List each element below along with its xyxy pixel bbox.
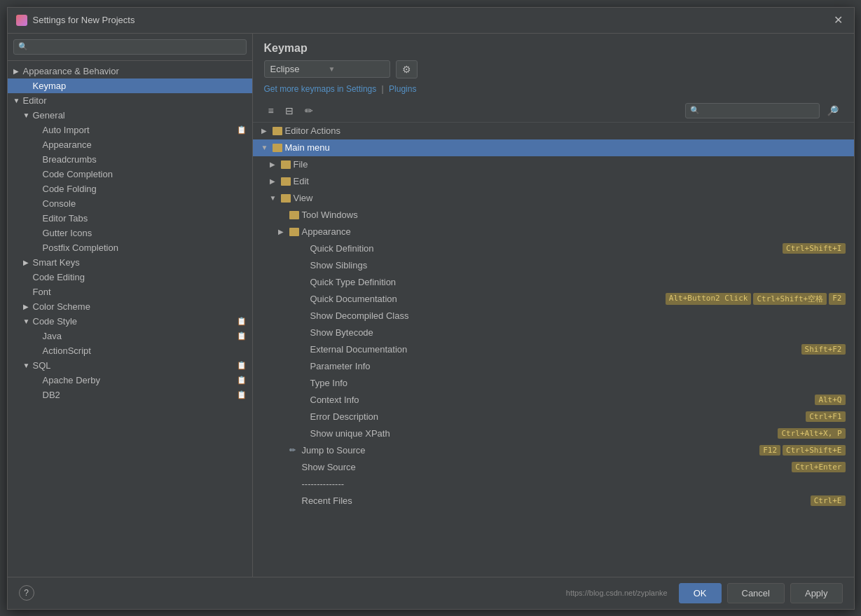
sidebar-item-label: DB2	[43, 390, 60, 400]
keymap-item-editor-actions[interactable]: ▶Editor Actions	[253, 123, 854, 139]
keymap-item-quick-type-definition[interactable]: Quick Type Definition	[253, 274, 854, 291]
keymap-item-parameter-info[interactable]: Parameter Info	[253, 358, 854, 375]
keymap-item-tool-windows[interactable]: Tool Windows	[253, 207, 854, 224]
keymap-item-separator[interactable]: --------------	[253, 476, 854, 493]
keymap-item-recent-files[interactable]: Recent FilesCtrl+E	[253, 493, 854, 509]
sidebar-item-console[interactable]: Console	[8, 196, 252, 211]
keymap-item-label: Parameter Info	[310, 361, 846, 371]
sidebar-item-label: Appearance	[43, 139, 92, 150]
folder-icon	[289, 228, 299, 236]
keymap-item-label: Editor Actions	[285, 125, 846, 136]
sidebar-item-breadcrumbs[interactable]: Breadcrumbs	[8, 152, 252, 167]
sidebar-item-general[interactable]: ▼General	[8, 108, 252, 123]
titlebar-left: Settings for New Projects	[16, 15, 135, 26]
sidebar-item-label: Keymap	[33, 81, 67, 91]
shortcut-tag: Ctrl+Shift+E	[783, 445, 845, 456]
folder-icon	[273, 144, 282, 152]
keymap-item-quick-definition[interactable]: Quick DefinitionCtrl+Shift+I	[253, 240, 854, 257]
gear-button[interactable]: ⚙	[396, 60, 418, 78]
keymap-item-show-source[interactable]: Show SourceCtrl+Enter	[253, 459, 854, 476]
collapse-all-button[interactable]: ≡	[264, 102, 278, 119]
sidebar-item-color-scheme[interactable]: ▶Color Scheme	[8, 299, 252, 314]
search-input[interactable]	[31, 42, 242, 52]
sidebar-item-appearance-behavior[interactable]: ▶Appearance & Behavior	[8, 64, 252, 78]
scrollbar-area: ▶Editor Actions▼Main menu▶File▶Edit▼View…	[253, 123, 854, 577]
shortcut-tag: F12	[759, 445, 780, 456]
cancel-button[interactable]: Cancel	[727, 583, 785, 603]
help-button[interactable]: ?	[19, 585, 34, 601]
sidebar-item-code-style[interactable]: ▼Code Style📋	[8, 314, 252, 329]
keymap-item-label: External Documentation	[310, 344, 799, 355]
search-input-wrap[interactable]: 🔍	[13, 39, 247, 55]
keymap-item-label: Show Siblings	[310, 260, 846, 271]
keymap-item-jump-to-source[interactable]: ✏Jump to SourceF12Ctrl+Shift+E	[253, 442, 854, 459]
shortcut-tags: Ctrl+E	[811, 495, 846, 506]
shortcut-tags: Ctrl+Shift+I	[783, 243, 845, 254]
sidebar-item-auto-import[interactable]: Auto Import📋	[8, 123, 252, 137]
keymap-item-show-siblings[interactable]: Show Siblings	[253, 257, 854, 274]
keymap-item-type-info[interactable]: Type Info	[253, 375, 854, 392]
expand-all-button[interactable]: ⊟	[281, 102, 298, 119]
close-button[interactable]: ✕	[831, 13, 846, 27]
sidebar-item-editor-tabs[interactable]: Editor Tabs	[8, 211, 252, 226]
keymap-item-external-documentation[interactable]: External DocumentationShift+F2	[253, 341, 854, 358]
sidebar-item-font[interactable]: Font	[8, 285, 252, 299]
shortcut-tag: Ctrl+F1	[806, 411, 845, 422]
keymap-item-context-info[interactable]: Context InfoAlt+Q	[253, 392, 854, 409]
keymap-item-label: Edit	[294, 176, 846, 186]
keymap-item-view-appearance[interactable]: ▶Appearance	[253, 224, 854, 240]
keymap-item-label: Show Bytecode	[310, 327, 846, 338]
settings-dialog: Settings for New Projects ✕ 🔍 ▶Appearanc…	[7, 7, 855, 610]
sidebar-item-code-folding[interactable]: Code Folding	[8, 182, 252, 196]
status-url: https://blog.csdn.net/zyplanke	[566, 589, 668, 597]
sidebar-item-editor[interactable]: ▼Editor	[8, 93, 252, 108]
keymap-item-quick-documentation[interactable]: Quick DocumentationAlt+Button2 ClickCtrl…	[253, 291, 854, 308]
nav-tree: ▶Appearance & BehaviorKeymap▼Editor▼Gene…	[8, 61, 252, 577]
sidebar-item-db2[interactable]: DB2📋	[8, 388, 252, 402]
action-search-icon: 🔍	[690, 106, 700, 115]
sidebar-item-label: Editor	[23, 95, 47, 106]
sidebar-item-code-completion[interactable]: Code Completion	[8, 167, 252, 182]
keymap-item-error-description[interactable]: Error DescriptionCtrl+F1	[253, 409, 854, 425]
left-panel: 🔍 ▶Appearance & BehaviorKeymap▼Editor▼Ge…	[8, 34, 253, 577]
keymap-item-edit[interactable]: ▶Edit	[253, 173, 854, 190]
sidebar-item-keymap[interactable]: Keymap	[8, 78, 252, 93]
arrow-icon: ▶	[13, 67, 20, 75]
arrow-icon: ▶	[270, 177, 278, 185]
edit-button[interactable]: ✏	[301, 102, 317, 119]
sidebar-item-actionscript[interactable]: ActionScript	[8, 343, 252, 358]
keymap-item-show-decompiled-class[interactable]: Show Decompiled Class	[253, 308, 854, 324]
sidebar-item-sql[interactable]: ▼SQL📋	[8, 358, 252, 373]
shortcut-tag: Ctrl+Shift+空格	[753, 293, 827, 305]
keymap-item-label: Appearance	[302, 226, 846, 237]
right-header: Keymap Eclipse ▼ ⚙ Get more keymaps in S…	[253, 34, 854, 100]
keymap-item-main-menu[interactable]: ▼Main menu	[253, 139, 854, 156]
action-search-wrap[interactable]: 🔍	[685, 103, 820, 118]
keymap-item-show-bytecode[interactable]: Show Bytecode	[253, 324, 854, 341]
shortcut-finder-button[interactable]: 🔎	[822, 102, 843, 119]
get-more-link[interactable]: Get more keymaps in Settings | Plugins	[264, 84, 843, 94]
right-panel: Keymap Eclipse ▼ ⚙ Get more keymaps in S…	[253, 34, 854, 577]
sidebar-item-apache-derby[interactable]: Apache Derby📋	[8, 373, 252, 388]
keymap-item-label: Error Description	[310, 411, 804, 422]
sidebar-item-label: Smart Keys	[33, 257, 80, 268]
sidebar-item-appearance[interactable]: Appearance	[8, 137, 252, 152]
ok-button[interactable]: OK	[679, 583, 722, 603]
sidebar-item-postfix-completion[interactable]: Postfix Completion	[8, 240, 252, 255]
badge-icon: 📋	[237, 317, 247, 326]
keymap-dropdown[interactable]: Eclipse ▼	[264, 60, 390, 78]
keymap-item-label: File	[294, 159, 846, 170]
keymap-item-view[interactable]: ▼View	[253, 190, 854, 207]
sidebar-item-label: Java	[43, 331, 62, 341]
action-toolbar: ≡ ⊟ ✏ 🔍 🔎	[253, 100, 854, 123]
action-search-input[interactable]	[703, 106, 815, 116]
keymap-item-show-unique-xpath[interactable]: Show unique XPathCtrl+Alt+X, P	[253, 425, 854, 442]
shortcut-tags: Alt+Button2 ClickCtrl+Shift+空格F2	[666, 293, 846, 305]
apply-button[interactable]: Apply	[790, 583, 843, 603]
sidebar-item-gutter-icons[interactable]: Gutter Icons	[8, 226, 252, 240]
sidebar-item-code-editing[interactable]: Code Editing	[8, 270, 252, 285]
badge-icon: 📋	[237, 331, 247, 341]
keymap-item-file[interactable]: ▶File	[253, 156, 854, 173]
sidebar-item-smart-keys[interactable]: ▶Smart Keys	[8, 255, 252, 270]
sidebar-item-java[interactable]: Java📋	[8, 329, 252, 343]
